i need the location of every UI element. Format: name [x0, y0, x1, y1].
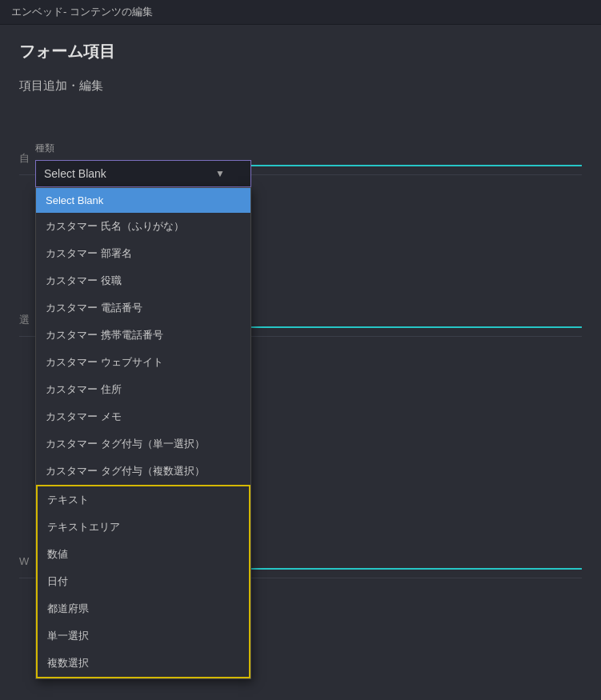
- dropdown-item-customer-phone[interactable]: カスタマー 電話番号: [36, 294, 250, 322]
- dropdown-item-prefecture[interactable]: 都道府県: [38, 595, 249, 622]
- dropdown-item-customer-tag-single[interactable]: カスタマー タグ付与（単一選択）: [36, 430, 250, 458]
- title-bar: エンベッド- コンテンツの編集: [0, 0, 601, 25]
- select-value: Select Blank: [44, 167, 106, 180]
- dropdown-item-select-blank[interactable]: Select Blank: [36, 188, 250, 213]
- dropdown-item-customer-mobile[interactable]: カスタマー 携帯電話番号: [36, 322, 250, 349]
- dropdown-item-customer-address[interactable]: カスタマー 住所: [36, 376, 250, 403]
- select-wrapper[interactable]: Select Blank ▼ Select Blank カスタマー 氏名（ふりが…: [35, 160, 251, 187]
- dropdown-arrow-icon: ▼: [215, 168, 225, 179]
- dropdown-item-date[interactable]: 日付: [38, 568, 249, 595]
- dropdown-item-customer-tag-multi[interactable]: カスタマー タグ付与（複数選択）: [36, 458, 250, 485]
- dropdown-item-customer-name-kana[interactable]: カスタマー 氏名（ふりがな）: [36, 213, 250, 240]
- dropdown-item-text[interactable]: テキスト: [38, 486, 249, 514]
- dropdown-item-customer-role[interactable]: カスタマー 役職: [36, 267, 250, 294]
- dropdown-item-customer-memo[interactable]: カスタマー メモ: [36, 403, 250, 430]
- sub-heading: 項目追加・編集: [19, 78, 582, 94]
- dropdown-item-multi-select[interactable]: 複数選択: [38, 650, 249, 677]
- select-trigger[interactable]: Select Blank ▼: [35, 160, 251, 187]
- dropdown-menu: Select Blank カスタマー 氏名（ふりがな） カスタマー 部署名 カス…: [35, 187, 251, 679]
- dropdown-item-number[interactable]: 数値: [38, 541, 249, 568]
- dropdown-item-single-select[interactable]: 単一選択: [38, 622, 249, 650]
- dropdown-section-yellow: テキスト テキストエリア 数値 日付: [36, 485, 250, 678]
- dropdown-item-customer-website[interactable]: カスタマー ウェブサイト: [36, 349, 250, 376]
- title-bar-label: エンベッド- コンテンツの編集: [11, 6, 153, 18]
- section-heading: フォーム項目: [19, 41, 582, 62]
- field-label-type: 種類: [35, 142, 251, 155]
- dropdown-item-textarea[interactable]: テキストエリア: [38, 514, 249, 541]
- dropdown-item-customer-dept[interactable]: カスタマー 部署名: [36, 240, 250, 267]
